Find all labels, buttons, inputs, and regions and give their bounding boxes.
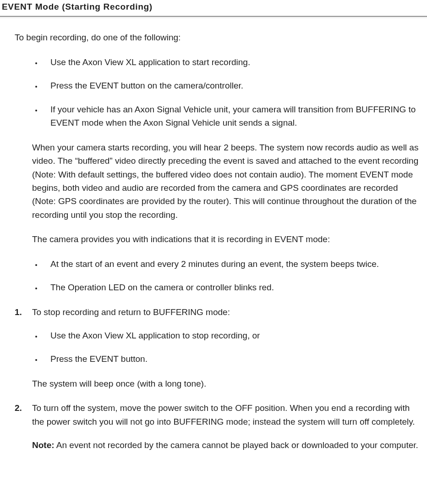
- step-item: To turn off the system, move the power s…: [15, 401, 422, 452]
- list-item: If your vehicle has an Axon Signal Vehic…: [42, 103, 422, 130]
- intro-paragraph: To begin recording, do one of the follow…: [15, 31, 422, 44]
- step-lead: To stop recording and return to BUFFERIN…: [32, 305, 422, 319]
- content-body: To begin recording, do one of the follow…: [0, 31, 427, 452]
- stop-recording-options: Use the Axon View XL application to stop…: [32, 329, 422, 366]
- start-recording-options: Use the Axon View XL application to star…: [15, 55, 422, 130]
- step-lead: To turn off the system, move the power s…: [32, 401, 422, 428]
- heading-divider: [0, 17, 427, 18]
- note-label: Note:: [32, 440, 55, 450]
- list-item: At the start of an event and every 2 min…: [42, 257, 422, 271]
- indications-intro: The camera provides you with indications…: [15, 233, 422, 246]
- list-item: Press the EVENT button on the camera/con…: [42, 79, 422, 92]
- note-text: An event not recorded by the camera cann…: [55, 440, 418, 450]
- list-item: Use the Axon View XL application to stop…: [42, 329, 422, 342]
- list-item: Use the Axon View XL application to star…: [42, 55, 422, 69]
- section-heading: EVENT Mode (Starting Recording): [0, 0, 427, 17]
- explanation-paragraph: When your camera starts recording, you w…: [15, 141, 422, 222]
- step-item: To stop recording and return to BUFFERIN…: [15, 305, 422, 391]
- numbered-steps: To stop recording and return to BUFFERIN…: [15, 305, 422, 452]
- indicator-list: At the start of an event and every 2 min…: [15, 257, 422, 294]
- list-item: The Operation LED on the camera or contr…: [42, 281, 422, 294]
- step-after: The system will beep once (with a long t…: [32, 377, 422, 390]
- list-item: Press the EVENT button.: [42, 352, 422, 366]
- step-note: Note: An event not recorded by the camer…: [32, 438, 422, 452]
